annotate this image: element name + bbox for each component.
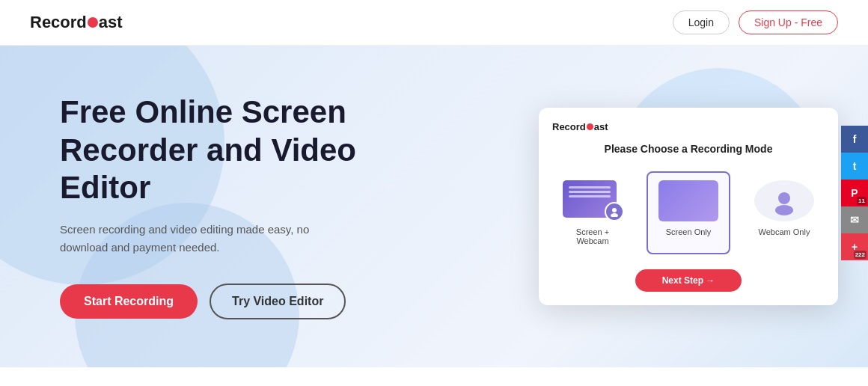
modal-logo-text: Recordast xyxy=(552,121,608,132)
pinterest-badge: 11 xyxy=(857,197,867,205)
mode-screen-webcam[interactable]: Screen + Webcam xyxy=(551,171,635,254)
pinterest-share-button[interactable]: P 11 xyxy=(841,180,868,206)
svg-point-1 xyxy=(611,213,618,217)
recording-mode-modal: Recordast Please Choose a Recording Mode xyxy=(539,108,838,305)
start-recording-button[interactable]: Start Recording xyxy=(60,284,198,319)
mode-screen-webcam-label: Screen + Webcam xyxy=(563,227,623,245)
mode-webcam-only[interactable]: Webcam Only xyxy=(742,171,826,254)
email-icon: ✉ xyxy=(850,214,859,226)
nav-actions: Login Sign Up - Free xyxy=(673,10,838,34)
signup-button[interactable]: Sign Up - Free xyxy=(739,10,838,34)
recording-modes: Screen + Webcam Screen Only xyxy=(552,171,825,254)
modal-logo: Recordast xyxy=(552,121,825,132)
email-share-button[interactable]: ✉ xyxy=(841,206,868,233)
logo[interactable]: Recordast xyxy=(30,13,123,32)
mode-screen-only[interactable]: Screen Only xyxy=(647,171,730,254)
svg-point-0 xyxy=(612,208,617,212)
social-sidebar: f t P 11 ✉ + 222 xyxy=(841,126,868,260)
person-icon xyxy=(768,185,801,218)
svg-point-2 xyxy=(778,192,790,204)
share-badge: 222 xyxy=(854,251,867,259)
screen-only-icon xyxy=(658,180,718,221)
screen-line xyxy=(569,186,611,189)
screen-line xyxy=(569,195,611,197)
svg-point-3 xyxy=(775,205,793,215)
facebook-share-button[interactable]: f xyxy=(841,126,868,153)
modal-logo-dot-icon xyxy=(587,123,593,130)
webcam-overlay xyxy=(605,202,624,221)
modal-logo-before: Record xyxy=(552,121,586,132)
login-button[interactable]: Login xyxy=(673,10,730,34)
logo-text-after: ast xyxy=(99,13,123,32)
screen-lines xyxy=(563,180,617,203)
logo-text-before: Record xyxy=(30,13,87,32)
try-video-editor-button[interactable]: Try Video Editor xyxy=(210,284,346,319)
facebook-icon: f xyxy=(853,133,857,145)
hero-title: Free Online Screen Recorder and Video Ed… xyxy=(60,94,404,206)
navbar: Recordast Login Sign Up - Free xyxy=(0,0,868,46)
logo-circle-icon xyxy=(88,17,98,28)
webcam-only-icon xyxy=(754,180,814,221)
twitter-share-button[interactable]: t xyxy=(841,153,868,180)
mode-webcam-only-label: Webcam Only xyxy=(759,227,810,236)
more-share-button[interactable]: + 222 xyxy=(841,233,868,260)
hero-section: Free Online Screen Recorder and Video Ed… xyxy=(0,46,868,367)
hero-right: Recordast Please Choose a Recording Mode xyxy=(539,108,838,305)
screen-webcam-icon xyxy=(563,180,623,221)
screen-line xyxy=(569,191,611,193)
hero-subtitle: Screen recording and video editing made … xyxy=(60,221,344,257)
hero-buttons: Start Recording Try Video Editor xyxy=(60,284,404,319)
twitter-icon: t xyxy=(853,160,857,172)
next-step-button[interactable]: Next Step → xyxy=(635,269,742,292)
mode-screen-only-label: Screen Only xyxy=(666,227,712,236)
hero-left: Free Online Screen Recorder and Video Ed… xyxy=(60,94,404,319)
screen-only-lines xyxy=(682,189,694,212)
modal-title: Please Choose a Recording Mode xyxy=(552,143,825,155)
modal-logo-after: ast xyxy=(594,121,608,132)
